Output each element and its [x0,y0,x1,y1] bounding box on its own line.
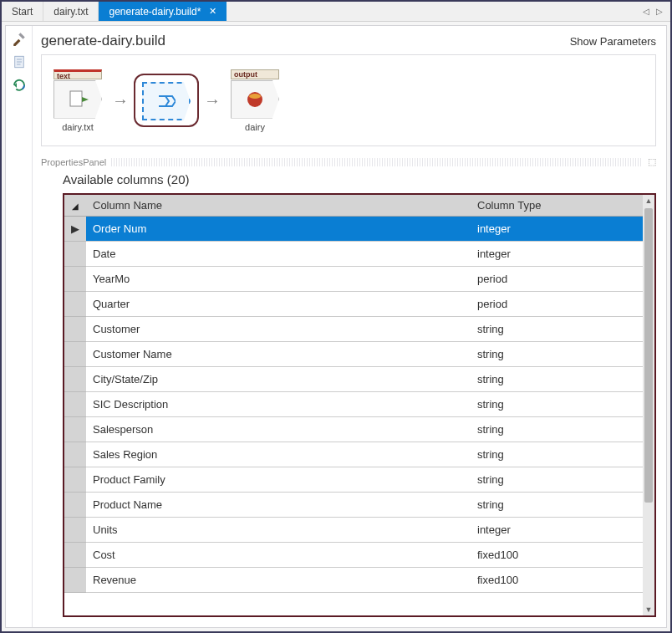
cell-column-type: string [471,417,643,442]
left-sidebar [6,26,33,627]
columns-table-container: ◢ Column Name Column Type ▶Order Numinte… [63,193,656,617]
scroll-up-icon[interactable]: ▲ [645,195,653,207]
cell-column-type: integer [471,242,643,267]
table-row[interactable]: Salespersonstring [64,417,643,442]
vertical-scrollbar[interactable]: ▲ ▼ [643,195,654,615]
node-label: dairy.txt [62,122,94,132]
table-row[interactable]: SIC Descriptionstring [64,392,643,417]
cell-column-type: fixed100 [471,543,643,568]
tab-label: generate-dairy.build* [109,6,201,18]
table-row[interactable]: Revenuefixed100 [64,568,643,593]
row-indicator[interactable] [64,292,86,317]
table-row[interactable]: Customerstring [64,317,643,342]
cell-column-name: Customer Name [86,342,471,367]
table-row[interactable]: City/State/Zipstring [64,367,643,392]
cell-column-name: SIC Description [86,392,471,417]
properties-panel-header: PropertiesPanel ⬚ [41,156,656,167]
close-icon[interactable]: ✕ [209,6,216,17]
row-indicator[interactable] [64,518,86,543]
panel-grip[interactable] [111,158,643,166]
file-in-icon [67,89,89,110]
table-row[interactable]: Customer Namestring [64,342,643,367]
document-icon[interactable] [12,54,27,69]
table-corner[interactable]: ◢ [64,195,86,217]
cell-column-name: Salesperson [86,417,471,442]
tab-next-icon[interactable]: ▷ [654,7,665,16]
row-indicator[interactable]: ▶ [64,217,86,242]
arrow-icon: → [112,91,129,110]
table-row[interactable]: YearMoperiod [64,267,643,292]
table-row[interactable]: Unitsinteger [64,518,643,543]
cell-column-type: string [471,392,643,417]
cell-column-name: Quarter [86,292,471,317]
node-label: dairy [245,122,265,132]
table-row[interactable]: Product Familystring [64,467,643,493]
arrow-icon: → [204,91,221,110]
tab-label: Start [12,6,33,18]
row-indicator[interactable] [64,493,86,518]
pipeline-node-output[interactable]: output dairy [231,69,279,132]
refresh-icon[interactable] [12,78,27,93]
table-row[interactable]: Sales Regionstring [64,442,643,467]
column-header-name[interactable]: Column Name [86,195,471,217]
row-indicator[interactable] [64,417,86,442]
tab-dairy-txt[interactable]: dairy.txt [43,2,99,21]
page-title: generate-dairy.build [41,33,562,49]
cell-column-type: integer [471,518,643,543]
table-row[interactable]: Product Namestring [64,493,643,518]
row-indicator[interactable] [64,568,86,593]
column-header-type[interactable]: Column Type [471,195,643,217]
table-row[interactable]: Costfixed100 [64,543,643,568]
tab-strip: Start dairy.txt generate-dairy.build* ✕ … [2,2,670,22]
row-indicator[interactable] [64,543,86,568]
row-indicator[interactable] [64,317,86,342]
row-indicator[interactable] [64,367,86,392]
row-indicator[interactable] [64,392,86,417]
cell-column-name: YearMo [86,267,471,292]
columns-table: ◢ Column Name Column Type ▶Order Numinte… [64,195,643,593]
scrollbar-thumb[interactable] [644,208,653,503]
table-row[interactable]: ▶Order Numinteger [64,217,643,242]
cell-column-name: Date [86,242,471,267]
row-indicator[interactable] [64,442,86,467]
svg-marker-6 [82,97,89,102]
show-parameters-link[interactable]: Show Parameters [570,35,656,48]
row-indicator[interactable] [64,467,86,493]
cell-column-name: Units [86,518,471,543]
svg-point-8 [249,94,261,99]
tab-generate-dairy-build[interactable]: generate-dairy.build* ✕ [99,2,227,21]
table-row[interactable]: Quarterperiod [64,292,643,317]
tab-navigation: ◁ ▷ [640,2,670,21]
row-indicator[interactable] [64,267,86,292]
cell-column-type: string [471,367,643,392]
svg-rect-5 [70,91,82,106]
cell-column-type: period [471,292,643,317]
cell-column-name: Order Num [86,217,471,242]
node-header: output [231,69,279,79]
cell-column-name: Customer [86,317,471,342]
pipeline-node-input[interactable]: text dairy.txt [53,69,102,132]
pipeline-canvas[interactable]: text dairy.txt → → output dairy [41,54,656,146]
cell-column-name: Sales Region [86,442,471,467]
cell-column-type: string [471,342,643,367]
table-row[interactable]: Dateinteger [64,242,643,267]
scroll-down-icon[interactable]: ▼ [645,604,653,615]
tab-prev-icon[interactable]: ◁ [640,7,652,16]
tab-label: dairy.txt [53,6,88,18]
tab-start[interactable]: Start [2,2,43,21]
pipeline-node-transform[interactable] [139,79,194,122]
row-indicator[interactable] [64,242,86,267]
node-header: text [53,69,102,79]
cell-column-type: fixed100 [471,568,643,593]
database-icon [245,89,265,110]
pin-icon[interactable]: ⬚ [648,156,656,167]
select-all-icon: ◢ [72,202,79,211]
build-hammer-icon[interactable] [12,31,27,46]
cell-column-name: Cost [86,543,471,568]
row-indicator[interactable] [64,342,86,367]
transform-icon [157,93,176,110]
cell-column-type: period [471,267,643,292]
cell-column-name: Product Name [86,493,471,518]
cell-column-type: integer [471,217,643,242]
cell-column-type: string [471,442,643,467]
